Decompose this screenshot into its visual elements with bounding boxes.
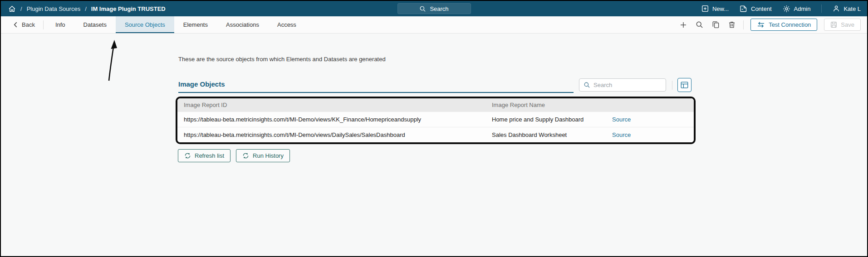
search-icon xyxy=(584,82,590,88)
app-window: / Plugin Data Sources / IM Image Plugin … xyxy=(0,0,868,257)
source-link[interactable]: Source xyxy=(612,131,631,138)
toolbar-divider xyxy=(43,20,44,29)
gear-icon xyxy=(783,5,790,13)
global-search-button[interactable]: Search xyxy=(397,3,471,14)
search-divider xyxy=(672,81,672,90)
chevron-left-icon xyxy=(14,22,18,28)
content-button[interactable]: Content xyxy=(740,5,772,12)
column-settings-button[interactable] xyxy=(677,78,691,92)
tab-bar: Info Datasets Source Objects Elements As… xyxy=(46,16,305,33)
cell-image-report-name: Sales Dashboard Worksheet xyxy=(485,131,606,138)
cell-image-report-id: https://tableau-beta.metricinsights.com/… xyxy=(177,131,485,138)
admin-button-label: Admin xyxy=(794,5,811,12)
table-action-buttons: Refresh list Run History xyxy=(178,149,290,162)
content-button-label: Content xyxy=(751,5,772,12)
header-actions: New... Content xyxy=(701,1,861,16)
add-button[interactable] xyxy=(679,20,688,29)
admin-button[interactable]: Admin xyxy=(783,5,811,13)
source-link[interactable]: Source xyxy=(612,116,631,123)
swap-arrows-icon xyxy=(757,22,765,28)
editor-toolbar: Back Info Datasets Source Objects Elemen… xyxy=(1,16,867,34)
home-icon[interactable] xyxy=(8,5,16,13)
page-description: These are the source objects from which … xyxy=(178,56,386,63)
refresh-icon xyxy=(242,152,249,159)
table-header-row: Image Report ID Image Report Name xyxy=(177,98,694,112)
tab-elements[interactable]: Elements xyxy=(174,16,217,33)
user-menu-label: Kate L xyxy=(843,5,861,12)
table-layout-icon xyxy=(681,82,688,88)
image-objects-table: Image Report ID Image Report Name https:… xyxy=(176,97,696,144)
run-history-button[interactable]: Run History xyxy=(236,149,290,162)
cell-image-report-id: https://tableau-beta.metricinsights.com/… xyxy=(177,116,485,123)
header-divider xyxy=(821,5,822,13)
column-header-image-report-id: Image Report ID xyxy=(177,102,485,108)
plus-square-icon xyxy=(701,5,709,12)
column-header-image-report-name: Image Report Name xyxy=(485,102,606,108)
tab-source-objects[interactable]: Source Objects xyxy=(116,16,174,33)
user-icon xyxy=(833,5,840,12)
refresh-list-button[interactable]: Refresh list xyxy=(178,149,230,162)
global-search-label: Search xyxy=(430,5,448,12)
save-button[interactable]: Save xyxy=(824,19,861,31)
duplicate-icon[interactable] xyxy=(711,20,721,29)
breadcrumb-item-current: IM Image Plugin TRUSTED xyxy=(91,5,166,12)
run-history-label: Run History xyxy=(253,152,284,159)
new-button[interactable]: New... xyxy=(701,5,729,12)
test-connection-button[interactable]: Test Connection xyxy=(750,19,817,31)
section-title-image-objects: Image Objects xyxy=(178,80,574,93)
breadcrumb-separator: / xyxy=(20,5,22,12)
save-button-label: Save xyxy=(841,21,854,28)
test-connection-label: Test Connection xyxy=(769,21,811,28)
delete-trash-icon[interactable] xyxy=(727,20,736,29)
image-objects-search[interactable] xyxy=(579,78,666,92)
user-menu[interactable]: Kate L xyxy=(833,5,861,12)
back-button-label: Back xyxy=(22,21,35,28)
table-row: https://tableau-beta.metricinsights.com/… xyxy=(177,127,694,142)
tab-access[interactable]: Access xyxy=(268,16,305,33)
cell-image-report-name: Home price and Supply Dashboard xyxy=(485,116,606,123)
table-row: https://tableau-beta.metricinsights.com/… xyxy=(177,112,694,127)
refresh-icon xyxy=(184,152,191,159)
app-header: / Plugin Data Sources / IM Image Plugin … xyxy=(1,1,867,16)
new-button-label: New... xyxy=(712,5,729,12)
search-icon xyxy=(419,5,426,12)
toolbar-right-actions: Test Connection Save xyxy=(679,16,867,33)
tab-datasets[interactable]: Datasets xyxy=(74,16,116,33)
breadcrumb-item-plugin-data-sources[interactable]: Plugin Data Sources xyxy=(27,5,81,12)
content-folder-icon xyxy=(740,5,747,12)
breadcrumb-separator: / xyxy=(85,5,87,12)
tab-associations[interactable]: Associations xyxy=(217,16,268,33)
breadcrumb: / Plugin Data Sources / IM Image Plugin … xyxy=(8,1,166,16)
search-input[interactable] xyxy=(593,82,662,88)
save-floppy-icon xyxy=(830,21,837,28)
refresh-list-label: Refresh list xyxy=(195,152,224,159)
back-button[interactable]: Back xyxy=(1,16,43,33)
toolbar-divider xyxy=(743,20,744,29)
tab-info[interactable]: Info xyxy=(46,16,74,33)
search-button[interactable] xyxy=(695,20,704,29)
